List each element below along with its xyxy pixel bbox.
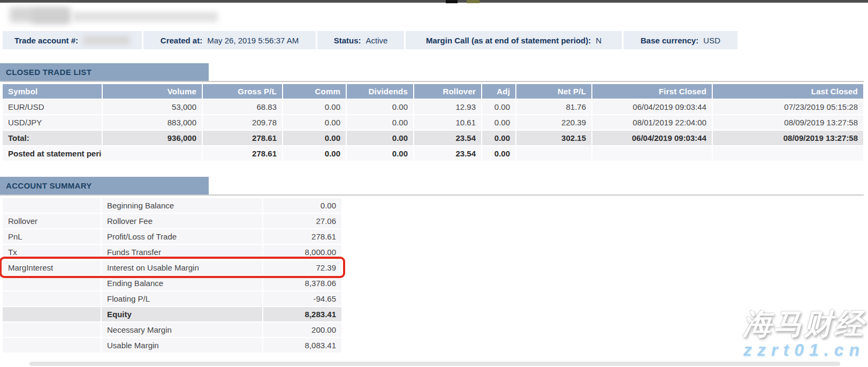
cell-symbol: EUR/USD bbox=[3, 100, 102, 114]
cell-gross-pl: 209.78 bbox=[203, 115, 282, 130]
cell-adj: 0.00 bbox=[482, 100, 515, 114]
summary-label: Profit/Loss of Trade bbox=[102, 229, 262, 244]
cell-rollover: 10.61 bbox=[414, 115, 481, 130]
info-created-at: Created at: May 26, 2019 5:56:37 AM bbox=[143, 31, 316, 49]
column-header-last-closed: Last Closed bbox=[713, 84, 863, 99]
cell-first-closed: 08/01/2019 22:04:00 bbox=[592, 115, 712, 130]
summary-row-rollover-fee: Rollover Rollover Fee 27.06 bbox=[3, 214, 341, 228]
summary-row-necessary-margin: Necessary Margin 200.00 bbox=[3, 323, 341, 337]
section-divider bbox=[0, 194, 864, 196]
trade-total-row: Total: 936,000 278.61 0.00 0.00 23.54 0.… bbox=[3, 131, 863, 145]
created-at-value: May 26, 2019 5:56:37 AM bbox=[207, 36, 299, 45]
summary-value: 8,283.41 bbox=[263, 307, 341, 321]
account-summary-section: Beginning Balance 0.00 Rollover Rollover… bbox=[2, 197, 342, 354]
posted-net-pl bbox=[516, 146, 591, 161]
closed-trade-list-title: CLOSED TRADE LIST bbox=[6, 68, 92, 77]
trade-row-eurusd: EUR/USD 53,000 68.83 0.00 0.00 12.93 0.0… bbox=[3, 100, 863, 114]
account-number-redacted bbox=[83, 35, 130, 45]
cell-symbol: USD/JPY bbox=[3, 115, 102, 130]
summary-label: Equity bbox=[102, 307, 262, 321]
cell-last-closed: 07/23/2019 05:15:28 bbox=[713, 100, 863, 114]
cell-first-closed: 06/04/2019 09:03:44 bbox=[592, 100, 712, 114]
column-header-volume: Volume bbox=[103, 84, 202, 99]
cell-adj: 0.00 bbox=[482, 115, 515, 130]
posted-volume bbox=[103, 146, 202, 161]
summary-row-equity: Equity 8,283.41 bbox=[3, 307, 341, 321]
closed-trade-table: Symbol Volume Gross P/L Comm Dividends R… bbox=[2, 83, 864, 162]
summary-row-usable-margin: Usable Margin 8,083.41 bbox=[3, 338, 341, 353]
cell-net-pl: 81.76 bbox=[516, 100, 591, 114]
summary-code: MargInterest bbox=[3, 260, 101, 275]
closed-trade-list-section: Symbol Volume Gross P/L Comm Dividends R… bbox=[2, 83, 864, 162]
total-last-closed: 08/09/2019 13:27:58 bbox=[713, 131, 863, 145]
summary-label: Beginning Balance bbox=[102, 198, 262, 213]
summary-value: 0.00 bbox=[263, 198, 341, 213]
total-volume: 936,000 bbox=[103, 131, 202, 145]
info-base-currency: Base currency: USD bbox=[623, 31, 737, 49]
posted-first-closed bbox=[592, 146, 712, 161]
cell-dividends: 0.00 bbox=[347, 100, 413, 114]
cell-volume: 883,000 bbox=[103, 115, 202, 130]
summary-value: 8,378.06 bbox=[263, 276, 341, 290]
top-edge-fragment-dark bbox=[446, 0, 458, 3]
total-net-pl: 302.15 bbox=[516, 131, 591, 145]
summary-label: Funds Transfer bbox=[102, 245, 262, 259]
summary-label: Rollover Fee bbox=[102, 214, 262, 228]
summary-value: -94.65 bbox=[263, 291, 341, 306]
summary-code bbox=[3, 307, 101, 321]
summary-value: 278.61 bbox=[263, 229, 341, 244]
posted-adj: 0.00 bbox=[482, 146, 515, 161]
total-comm: 0.00 bbox=[283, 131, 346, 145]
redacted-logo-detail bbox=[32, 10, 70, 23]
posted-comm: 0.00 bbox=[283, 146, 346, 161]
status-label: Status: bbox=[334, 36, 361, 45]
section-divider bbox=[0, 81, 864, 82]
summary-code bbox=[3, 276, 101, 290]
info-margin-call: Margin Call (as at end of statement peri… bbox=[406, 31, 622, 49]
cell-comm: 0.00 bbox=[283, 100, 346, 114]
summary-code: PnL bbox=[3, 229, 101, 244]
summary-code: Tx bbox=[3, 245, 101, 259]
cell-comm: 0.00 bbox=[283, 115, 346, 130]
column-header-comm: Comm bbox=[283, 84, 346, 99]
closed-trade-list-tab: CLOSED TRADE LIST bbox=[0, 63, 209, 81]
account-info-bar: Trade account #: Created at: May 26, 201… bbox=[3, 31, 738, 49]
summary-value: 72.39 bbox=[263, 260, 341, 275]
summary-code bbox=[3, 291, 101, 306]
summary-row-ending-balance: Ending Balance 8,378.06 bbox=[3, 276, 341, 290]
total-dividends: 0.00 bbox=[347, 131, 413, 145]
margin-call-label: Margin Call (as at end of statement peri… bbox=[426, 36, 591, 45]
horizontal-scrollbar-thumb[interactable] bbox=[29, 362, 840, 366]
info-status: Status: Active bbox=[317, 31, 404, 49]
watermark-url-text: zzrt01.cn bbox=[743, 341, 865, 359]
trade-posted-row: Posted at statement period of time: 278.… bbox=[3, 146, 863, 161]
cell-gross-pl: 68.83 bbox=[203, 100, 282, 114]
base-currency-value: USD bbox=[703, 36, 720, 45]
cell-net-pl: 220.39 bbox=[516, 115, 591, 130]
summary-row-beginning-balance: Beginning Balance 0.00 bbox=[3, 198, 341, 213]
trade-header-row: Symbol Volume Gross P/L Comm Dividends R… bbox=[3, 84, 863, 99]
column-header-net-pl: Net P/L bbox=[516, 84, 591, 99]
base-currency-label: Base currency: bbox=[641, 36, 698, 45]
column-header-adj: Adj bbox=[482, 84, 515, 99]
status-value: Active bbox=[366, 36, 387, 45]
column-header-rollover: Rollover bbox=[414, 84, 481, 99]
column-header-dividends: Dividends bbox=[347, 84, 413, 99]
total-gross-pl: 278.61 bbox=[203, 131, 282, 145]
summary-value: 8,083.41 bbox=[263, 338, 341, 353]
top-edge-fragment-olive bbox=[467, 0, 479, 3]
cell-rollover: 12.93 bbox=[414, 100, 481, 114]
summary-row-funds-transfer: Tx Funds Transfer 8,000.00 bbox=[3, 245, 341, 259]
redacted-account-title bbox=[72, 12, 218, 22]
column-header-first-closed: First Closed bbox=[592, 84, 712, 99]
summary-label: Ending Balance bbox=[102, 276, 262, 290]
total-label: Total: bbox=[3, 131, 102, 145]
trade-account-label: Trade account #: bbox=[14, 36, 78, 45]
summary-label: Usable Margin bbox=[102, 338, 262, 353]
top-edge-bar bbox=[0, 0, 868, 3]
summary-label: Necessary Margin bbox=[102, 323, 262, 337]
column-header-gross-pl: Gross P/L bbox=[203, 84, 282, 99]
watermark-brand-text: 海马财经 bbox=[743, 309, 865, 340]
total-adj: 0.00 bbox=[482, 131, 515, 145]
account-summary-table: Beginning Balance 0.00 Rollover Rollover… bbox=[2, 197, 342, 354]
